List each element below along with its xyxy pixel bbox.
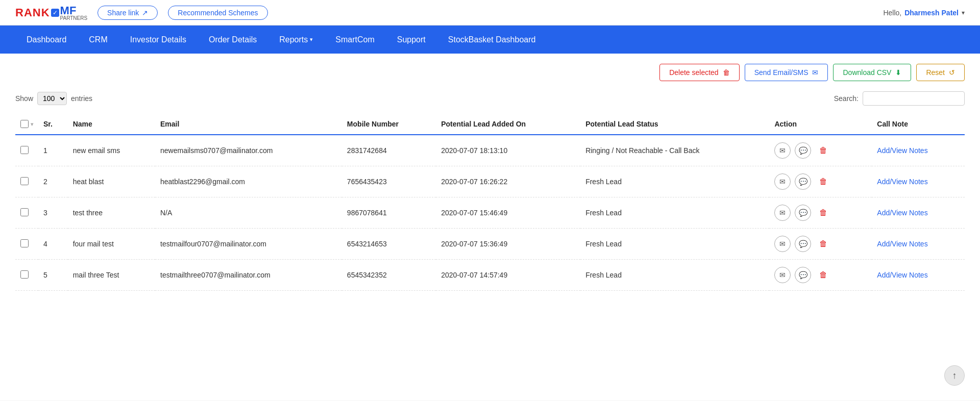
content-area: Delete selected 🗑 Send Email/SMS ✉ Downl…: [0, 54, 980, 400]
add-view-notes-link[interactable]: Add/View Notes: [877, 146, 927, 155]
logo-mf-wrap: MF PARTNERS: [60, 4, 88, 21]
table-controls-row: Show 100 10 25 50 entries Search:: [15, 91, 965, 106]
row-email-button[interactable]: ✉: [774, 173, 791, 190]
nav-item-order-details[interactable]: Order Details: [198, 26, 268, 54]
scroll-to-top-button[interactable]: ↑: [944, 365, 965, 386]
row-mobile: 6545342352: [342, 260, 436, 291]
nav-label-stockbasket: StockBasket Dashboard: [448, 35, 536, 44]
row-checkbox-cell: [15, 197, 38, 229]
row-sr: 3: [38, 197, 68, 229]
table-row: 1 new email sms newemailsms0707@mailinat…: [15, 135, 965, 166]
nav-label-smartcom: SmartCom: [335, 35, 374, 44]
nav-item-stockbasket[interactable]: StockBasket Dashboard: [437, 26, 547, 54]
row-name: heat blast: [68, 166, 155, 197]
recommended-schemes-button[interactable]: Recommended Schemes: [168, 6, 267, 20]
send-email-sms-button[interactable]: Send Email/SMS ✉: [745, 64, 828, 81]
row-email-button[interactable]: ✉: [774, 205, 791, 221]
header-action: Action: [769, 114, 872, 135]
row-sms-button[interactable]: 💬: [795, 267, 811, 283]
row-name: test three: [68, 197, 155, 229]
nav-item-reports[interactable]: Reports ▾: [268, 26, 324, 54]
row-email-button[interactable]: ✉: [774, 267, 791, 283]
row-checkbox[interactable]: [20, 270, 29, 279]
row-checkbox[interactable]: [20, 208, 29, 216]
row-checkbox-cell: [15, 260, 38, 291]
row-checkbox[interactable]: [20, 239, 29, 247]
table-row: 3 test three N/A 9867078641 2020-07-07 1…: [15, 197, 965, 229]
share-icon: ↗: [142, 9, 148, 17]
search-input[interactable]: [863, 91, 965, 106]
nav-item-crm[interactable]: CRM: [78, 26, 118, 54]
row-delete-button[interactable]: 🗑: [815, 173, 831, 190]
logo-check: ✓: [51, 9, 59, 17]
select-all-checkbox[interactable]: [20, 120, 29, 128]
delete-selected-button[interactable]: Delete selected 🗑: [659, 64, 740, 81]
logo-rank: RANK: [15, 6, 50, 19]
row-checkbox-cell: [15, 229, 38, 260]
header-checkbox-col: ▾: [15, 114, 38, 135]
row-email: testmailthree0707@mailinator.com: [155, 260, 342, 291]
user-dropdown-arrow[interactable]: ▾: [962, 9, 965, 16]
row-checkbox[interactable]: [20, 146, 29, 154]
add-view-notes-link[interactable]: Add/View Notes: [877, 271, 927, 279]
row-added-on: 2020-07-07 14:57:49: [436, 260, 580, 291]
row-status: Fresh Lead: [580, 166, 769, 197]
row-action: ✉ 💬 🗑: [769, 166, 872, 197]
top-bar: RANK ✓ MF PARTNERS Share link ↗ Recommen…: [0, 0, 980, 26]
logo-partners: PARTNERS: [60, 15, 88, 21]
row-sr: 1: [38, 135, 68, 166]
row-sr: 5: [38, 260, 68, 291]
email-label: Send Email/SMS: [754, 68, 808, 77]
entries-label: entries: [71, 94, 92, 103]
row-delete-button[interactable]: 🗑: [815, 205, 831, 221]
top-bar-left: RANK ✓ MF PARTNERS Share link ↗ Recommen…: [15, 4, 268, 21]
nav-item-investor-details[interactable]: Investor Details: [119, 26, 198, 54]
row-email-button[interactable]: ✉: [774, 236, 791, 252]
user-name[interactable]: Dharmesh Patel: [904, 9, 959, 17]
row-sms-button[interactable]: 💬: [795, 236, 811, 252]
row-checkbox[interactable]: [20, 177, 29, 185]
row-sms-button[interactable]: 💬: [795, 205, 811, 221]
add-view-notes-link[interactable]: Add/View Notes: [877, 240, 927, 248]
row-status: Fresh Lead: [580, 197, 769, 229]
share-link-button[interactable]: Share link ↗: [97, 6, 158, 20]
row-checkbox-cell: [15, 135, 38, 166]
row-email-button[interactable]: ✉: [774, 142, 791, 159]
nav-label-support: Support: [397, 35, 426, 44]
header-name: Name: [68, 114, 155, 135]
nav-item-support[interactable]: Support: [386, 26, 437, 54]
row-status: Ringing / Not Reachable - Call Back: [580, 135, 769, 166]
reset-button[interactable]: Reset ↺: [916, 64, 965, 81]
nav-item-smartcom[interactable]: SmartCom: [324, 26, 385, 54]
top-bar-right: Hello, Dharmesh Patel ▾: [883, 9, 965, 17]
nav-label-dashboard: Dashboard: [27, 35, 66, 44]
row-mobile: 2831742684: [342, 135, 436, 166]
delete-label: Delete selected: [669, 68, 719, 77]
reports-dropdown-icon: ▾: [310, 36, 313, 43]
logo: RANK ✓ MF PARTNERS: [15, 4, 87, 21]
row-checkbox-cell: [15, 166, 38, 197]
add-view-notes-link[interactable]: Add/View Notes: [877, 178, 927, 186]
row-email: testmailfour0707@mailinator.com: [155, 229, 342, 260]
row-sms-button[interactable]: 💬: [795, 142, 811, 159]
row-delete-button[interactable]: 🗑: [815, 142, 831, 159]
search-control: Search:: [834, 91, 965, 106]
table-row: 5 mail three Test testmailthree0707@mail…: [15, 260, 965, 291]
show-label: Show: [15, 94, 33, 103]
row-email: heatblast2296@gmail.com: [155, 166, 342, 197]
row-call-note: Add/View Notes: [872, 197, 965, 229]
row-added-on: 2020-07-07 15:46:49: [436, 197, 580, 229]
download-csv-button[interactable]: Download CSV ⬇: [833, 64, 911, 81]
row-delete-button[interactable]: 🗑: [815, 236, 831, 252]
add-view-notes-link[interactable]: Add/View Notes: [877, 209, 927, 217]
recommended-label: Recommended Schemes: [178, 9, 258, 17]
row-sms-button[interactable]: 💬: [795, 173, 811, 190]
entries-select[interactable]: 100 10 25 50: [37, 92, 67, 105]
sort-arrow-icon: ▾: [31, 121, 33, 127]
nav-label-crm: CRM: [89, 35, 107, 44]
table-row: 2 heat blast heatblast2296@gmail.com 765…: [15, 166, 965, 197]
nav-label-investor-details: Investor Details: [130, 35, 186, 44]
nav-item-dashboard[interactable]: Dashboard: [15, 26, 78, 54]
download-icon: ⬇: [895, 68, 901, 77]
row-delete-button[interactable]: 🗑: [815, 267, 831, 283]
